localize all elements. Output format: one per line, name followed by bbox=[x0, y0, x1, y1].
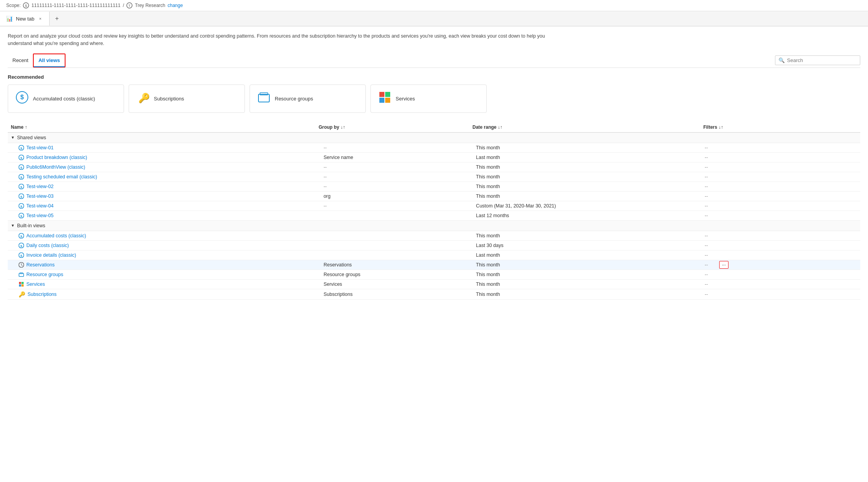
search-input[interactable] bbox=[787, 57, 857, 63]
row-name-subscriptions[interactable]: 🔑 Subscriptions bbox=[19, 291, 324, 297]
search-icon: 🔍 bbox=[778, 57, 785, 63]
row-name-acc[interactable]: $ Accumulated costs (classic) bbox=[19, 233, 324, 238]
row-name-invoice[interactable]: $ Invoice details (classic) bbox=[19, 252, 324, 258]
svg-text:T: T bbox=[129, 4, 131, 8]
col-group-by[interactable]: Group by ↓↑ bbox=[319, 124, 472, 130]
svg-text:$: $ bbox=[21, 244, 22, 248]
table-row: $ Test-view-04 -- Custom (Mar 31, 2020-M… bbox=[8, 201, 860, 211]
svg-rect-40 bbox=[19, 282, 21, 284]
table-row: Services Services This month -- bbox=[8, 280, 860, 289]
row-name-tv01[interactable]: $ Test-view-01 bbox=[19, 145, 324, 150]
table-row: $ Testing scheduled email (classic) -- T… bbox=[8, 172, 860, 182]
card-resource-groups[interactable]: Resource groups bbox=[250, 85, 366, 113]
subscriptions-key-icon: 🔑 bbox=[19, 291, 25, 297]
table-row: $ Test-view-03 org This month -- bbox=[8, 192, 860, 201]
svg-rect-11 bbox=[379, 98, 384, 103]
page-description: Report on and analyze your cloud costs a… bbox=[8, 33, 550, 47]
table-row: Resource groups Resource groups This mon… bbox=[8, 270, 860, 280]
tabs-nav: Recent All views 🔍 bbox=[8, 54, 860, 68]
built-in-views-label: Built-in views bbox=[17, 223, 45, 228]
search-box: 🔍 bbox=[775, 55, 860, 65]
row-name-pb[interactable]: $ Product breakdown (classic) bbox=[19, 155, 324, 160]
svg-rect-7 bbox=[258, 94, 269, 102]
org-name: Trey Research bbox=[135, 3, 165, 8]
svg-text:$: $ bbox=[21, 205, 22, 208]
tab-icon: 📊 bbox=[6, 16, 13, 22]
shared-views-chevron[interactable]: ▼ bbox=[11, 135, 15, 140]
table-header: Name ↑ Group by ↓↑ Date range ↓↑ Filters… bbox=[8, 122, 860, 133]
row-name-services[interactable]: Services bbox=[19, 282, 324, 287]
tab-recent[interactable]: Recent bbox=[8, 54, 33, 67]
change-link[interactable]: change bbox=[168, 3, 183, 8]
table-row: $ Daily costs (classic) Last 30 days -- bbox=[8, 241, 860, 251]
card-services[interactable]: Services bbox=[370, 85, 487, 113]
row-name-tv05[interactable]: $ Test-view-05 bbox=[19, 213, 324, 218]
recommended-cards: $ Accumulated costs (classic) 🔑 Subscrip… bbox=[8, 85, 860, 113]
col-date-range[interactable]: Date range ↓↑ bbox=[472, 124, 703, 130]
row-name-tv03[interactable]: $ Test-view-03 bbox=[19, 193, 324, 199]
tab-close-button[interactable]: × bbox=[38, 16, 43, 22]
recommended-label: Recommended bbox=[8, 74, 860, 80]
col-name[interactable]: Name ↑ bbox=[11, 124, 319, 130]
row-name-tse[interactable]: $ Testing scheduled email (classic) bbox=[19, 174, 324, 180]
tab-bar: 📊 New tab × + bbox=[0, 11, 868, 26]
org-icon: T bbox=[126, 2, 133, 9]
resource-groups-icon bbox=[258, 91, 270, 106]
dollar-icon: $ bbox=[19, 164, 24, 170]
scope-label: Scope: bbox=[6, 3, 21, 8]
row-name-tv02[interactable]: $ Test-view-02 bbox=[19, 184, 324, 189]
card-subscriptions[interactable]: 🔑 Subscriptions bbox=[129, 85, 245, 113]
card-accumulated-label: Accumulated costs (classic) bbox=[33, 96, 95, 102]
main-content: Report on and analyze your cloud costs a… bbox=[0, 26, 868, 306]
services-icon bbox=[379, 91, 391, 106]
shared-views-label: Shared views bbox=[17, 135, 46, 140]
svg-text:$: $ bbox=[21, 94, 24, 100]
group-shared-views: ▼ Shared views bbox=[8, 133, 860, 143]
built-in-views-chevron[interactable]: ▼ bbox=[11, 223, 15, 228]
row-name-daily[interactable]: $ Daily costs (classic) bbox=[19, 243, 324, 248]
row-name-resource-groups[interactable]: Resource groups bbox=[19, 272, 324, 277]
svg-text:$: $ bbox=[21, 176, 22, 179]
svg-rect-41 bbox=[22, 282, 24, 284]
dollar-icon: $ bbox=[19, 184, 24, 189]
svg-text:$: $ bbox=[25, 4, 27, 8]
add-tab-button[interactable]: + bbox=[50, 11, 64, 26]
card-accumulated[interactable]: $ Accumulated costs (classic) bbox=[8, 85, 124, 113]
views-table: Name ↑ Group by ↓↑ Date range ↓↑ Filters… bbox=[8, 122, 860, 300]
table-row: $ Test-view-02 -- This month -- bbox=[8, 182, 860, 192]
tab-label: New tab bbox=[16, 16, 34, 22]
svg-text:$: $ bbox=[21, 214, 22, 218]
table-row: $ Public6MonthView (classic) -- This mon… bbox=[8, 162, 860, 172]
svg-text:$: $ bbox=[21, 195, 22, 199]
svg-text:$: $ bbox=[21, 166, 22, 169]
card-resource-groups-label: Resource groups bbox=[275, 96, 313, 102]
table-row-reservations: Reservations Reservations This month -- … bbox=[8, 260, 860, 270]
svg-text:$: $ bbox=[21, 147, 22, 150]
row-ellipsis-button[interactable]: ··· bbox=[719, 261, 728, 269]
new-tab[interactable]: 📊 New tab × bbox=[0, 12, 50, 26]
scope-id: 11111111-1111-1111-1111-111111111111 bbox=[31, 3, 121, 8]
card-services-label: Services bbox=[396, 96, 415, 102]
accumulated-icon: $ bbox=[16, 91, 28, 106]
svg-text:$: $ bbox=[21, 235, 22, 238]
group-built-in-views: ▼ Built-in views bbox=[8, 221, 860, 231]
table-row: $ Test-view-01 -- This month -- bbox=[8, 143, 860, 153]
table-row: $ Invoice details (classic) Last month -… bbox=[8, 251, 860, 260]
svg-rect-42 bbox=[19, 284, 21, 287]
scope-sep: / bbox=[123, 3, 124, 8]
row-name-p6[interactable]: $ Public6MonthView (classic) bbox=[19, 164, 324, 170]
row-name-reservations[interactable]: Reservations bbox=[19, 262, 324, 268]
dollar-icon: $ bbox=[19, 203, 24, 209]
dollar-icon: $ bbox=[19, 193, 24, 199]
dollar-icon: $ bbox=[19, 243, 24, 248]
svg-text:$: $ bbox=[21, 254, 22, 257]
dollar-icon: $ bbox=[19, 174, 24, 180]
svg-rect-10 bbox=[385, 92, 390, 97]
row-name-tv04[interactable]: $ Test-view-04 bbox=[19, 203, 324, 209]
table-row: $ Product breakdown (classic) Service na… bbox=[8, 153, 860, 162]
scope-icon: $ bbox=[23, 2, 29, 9]
col-filters[interactable]: Filters ↓↑ bbox=[703, 124, 857, 130]
svg-rect-12 bbox=[385, 98, 390, 103]
svg-rect-43 bbox=[22, 284, 24, 287]
tab-all-views[interactable]: All views bbox=[34, 54, 65, 67]
